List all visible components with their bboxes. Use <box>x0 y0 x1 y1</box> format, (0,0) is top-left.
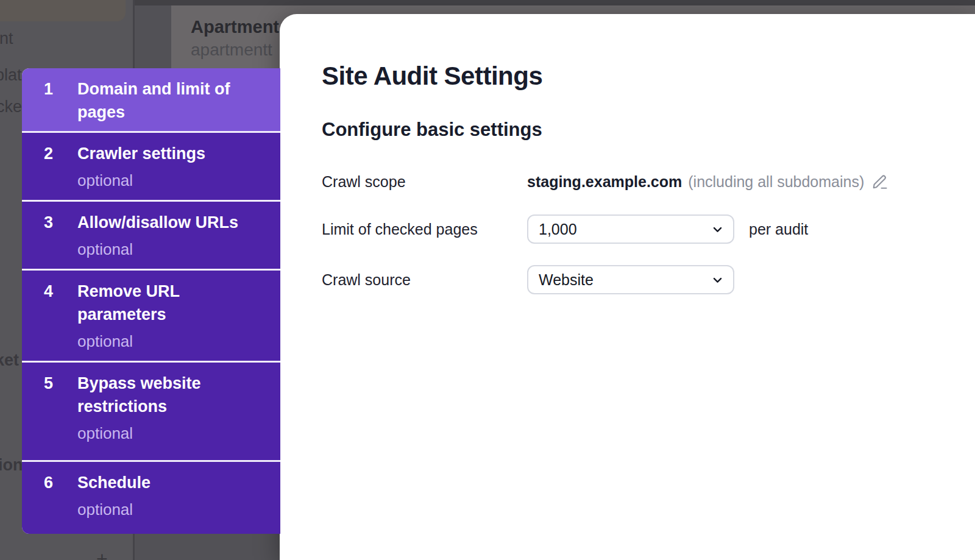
crawl-scope-label: Crawl scope <box>322 173 527 191</box>
background-top-band <box>135 0 975 5</box>
step-title: Bypass website restrictions <box>77 374 201 416</box>
step-title: Domain and limit of pages <box>77 80 230 121</box>
chevron-down-icon <box>712 224 723 235</box>
step-number: 3 <box>44 211 77 269</box>
step-domain-and-limit[interactable]: 1 Domain and limit of pages <box>22 68 280 131</box>
modal-title: Site Audit Settings <box>322 62 542 91</box>
step-number: 6 <box>44 471 77 534</box>
limit-of-pages-label: Limit of checked pages <box>322 221 527 238</box>
step-title: Allow/disallow URLs <box>77 213 238 232</box>
crawl-source-row: Crawl source Website <box>322 265 734 294</box>
crawl-scope-note: (including all subdomains) <box>688 173 864 191</box>
background-plus-glyph: + <box>96 548 108 560</box>
background-text-fragment: plat <box>0 66 22 85</box>
site-audit-settings-modal: Site Audit Settings Configure basic sett… <box>280 14 975 560</box>
step-title: Remove URL parameters <box>77 282 180 324</box>
section-title: Configure basic settings <box>322 119 542 141</box>
crawl-scope-row: Crawl scope staging.example.com (includi… <box>322 169 888 194</box>
background-text-fragment: ent <box>0 29 13 48</box>
background-card-subtitle: apartmentt <box>191 40 272 60</box>
crawl-source-select[interactable]: Website <box>527 265 734 294</box>
step-optional-label: optional <box>77 170 263 191</box>
pencil-icon <box>871 173 888 190</box>
step-number: 1 <box>44 77 77 131</box>
limit-of-pages-select[interactable]: 1,000 <box>527 214 734 244</box>
background-text-fragment: tion <box>0 456 23 475</box>
site-audit-settings-screen: ent plat cke ket tion + Apartment apartm… <box>0 0 975 560</box>
step-number: 5 <box>44 372 77 460</box>
step-optional-label: optional <box>77 499 263 520</box>
crawl-source-label: Crawl source <box>322 271 527 289</box>
step-optional-label: optional <box>77 239 263 260</box>
step-optional-label: optional <box>77 423 263 444</box>
background-block <box>0 0 126 21</box>
step-title: Schedule <box>77 473 151 492</box>
background-text-fragment: cke <box>0 97 22 116</box>
step-crawler-settings[interactable]: 2 Crawler settings optional <box>22 133 280 200</box>
chevron-down-icon <box>712 274 723 286</box>
step-schedule[interactable]: 6 Schedule optional <box>22 462 280 534</box>
background-text-fragment: ket <box>0 351 19 370</box>
step-allow-disallow-urls[interactable]: 3 Allow/disallow URLs optional <box>22 202 280 269</box>
crawl-scope-value: staging.example.com <box>527 173 682 191</box>
limit-of-pages-value: 1,000 <box>539 221 577 238</box>
step-number: 2 <box>44 142 77 200</box>
crawl-source-value: Website <box>539 271 594 289</box>
per-audit-label: per audit <box>749 221 808 238</box>
step-title: Crawler settings <box>77 144 205 163</box>
step-bypass-website-restrictions[interactable]: 5 Bypass website restrictions optional <box>22 363 280 460</box>
background-card-title: Apartment <box>191 17 279 37</box>
step-optional-label: optional <box>77 331 263 352</box>
step-number: 4 <box>44 280 77 361</box>
edit-crawl-scope-button[interactable] <box>871 173 888 190</box>
settings-stepper: 1 Domain and limit of pages 2 Crawler se… <box>22 68 280 534</box>
limit-of-pages-row: Limit of checked pages 1,000 per audit <box>322 214 808 244</box>
step-remove-url-parameters[interactable]: 4 Remove URL parameters optional <box>22 271 280 361</box>
